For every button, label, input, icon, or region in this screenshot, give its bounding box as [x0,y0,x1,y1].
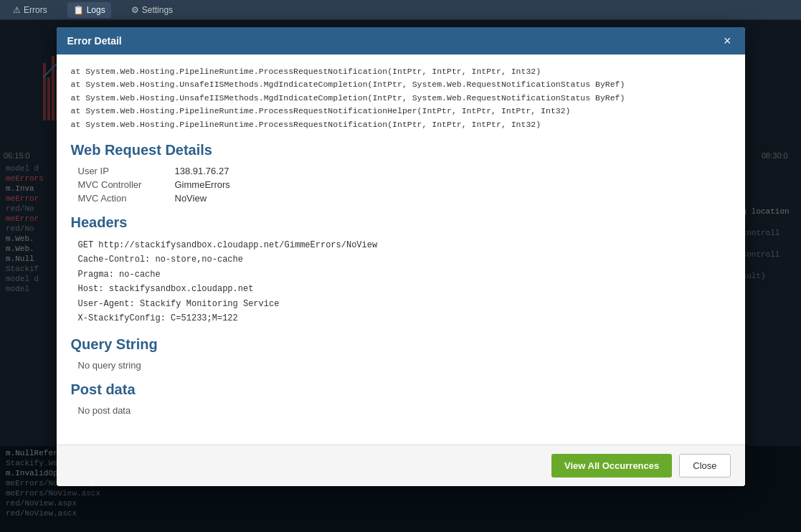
settings-icon: ⚙ [131,5,139,15]
stack-line-1: at System.Web.Hosting.PipelineRuntime.Pr… [71,65,731,78]
stack-line-4: at System.Web.Hosting.PipelineRuntime.Pr… [71,105,731,118]
detail-label-action: MVC Action [78,193,164,204]
detail-value-action: NoView [175,193,207,204]
stack-line-2: at System.Web.Hosting.UnsafeIISMethods.M… [71,78,731,91]
modal-close-button[interactable]: × [721,34,734,47]
error-detail-modal: Error Detail × at System.Web.Hosting.Pip… [57,27,745,486]
header-line-6: X-StackifyConfig: C=51233;M=122 [78,311,731,326]
nav-logs[interactable]: 📋 Logs [67,2,111,18]
detail-row-ip: User IP 138.91.76.27 [78,166,731,176]
modal-title: Error Detail [67,35,122,47]
modal-overlay: Error Detail × at System.Web.Hosting.Pip… [0,20,801,532]
close-button[interactable]: Close [679,454,730,478]
modal-footer: View All Occurrences Close [57,445,745,486]
detail-row-controller: MVC Controller GimmeErrors [78,179,731,190]
header-line-1: GET http://stackifysandbox.cloudapp.net/… [78,238,731,252]
stack-trace: at System.Web.Hosting.PipelineRuntime.Pr… [71,65,731,131]
headers-content: GET http://stackifysandbox.cloudapp.net/… [78,238,731,326]
query-string-value: No query string [78,360,731,371]
stack-line-5: at System.Web.Hosting.PipelineRuntime.Pr… [71,118,731,131]
query-string-heading: Query String [71,336,731,353]
logs-icon: 📋 [73,5,84,15]
headers-heading: Headers [71,214,731,231]
post-data-heading: Post data [71,381,731,398]
modal-header: Error Detail × [57,27,745,54]
top-nav: ⚠ Errors 📋 Logs ⚙ Settings [0,0,801,20]
view-all-occurrences-button[interactable]: View All Occurrences [551,454,672,478]
header-line-3: Pragma: no-cache [78,267,731,282]
web-request-table: User IP 138.91.76.27 MVC Controller Gimm… [78,166,731,204]
detail-row-action: MVC Action NoView [78,193,731,204]
modal-body[interactable]: at System.Web.Hosting.PipelineRuntime.Pr… [57,54,745,445]
detail-label-controller: MVC Controller [78,179,164,190]
detail-label-ip: User IP [78,166,164,176]
nav-errors[interactable]: ⚠ Errors [7,2,53,18]
header-line-5: User-Agent: Stackify Monitoring Service [78,297,731,311]
errors-icon: ⚠ [13,5,21,15]
detail-value-ip: 138.91.76.27 [175,166,229,176]
header-line-4: Host: stackifysandbox.cloudapp.net [78,282,731,296]
nav-settings[interactable]: ⚙ Settings [125,2,179,18]
stack-line-3: at System.Web.Hosting.UnsafeIISMethods.M… [71,92,731,105]
header-line-2: Cache-Control: no-store,no-cache [78,252,731,267]
post-data-value: No post data [78,405,731,416]
web-request-heading: Web Request Details [71,142,731,158]
detail-value-controller: GimmeErrors [175,179,230,190]
